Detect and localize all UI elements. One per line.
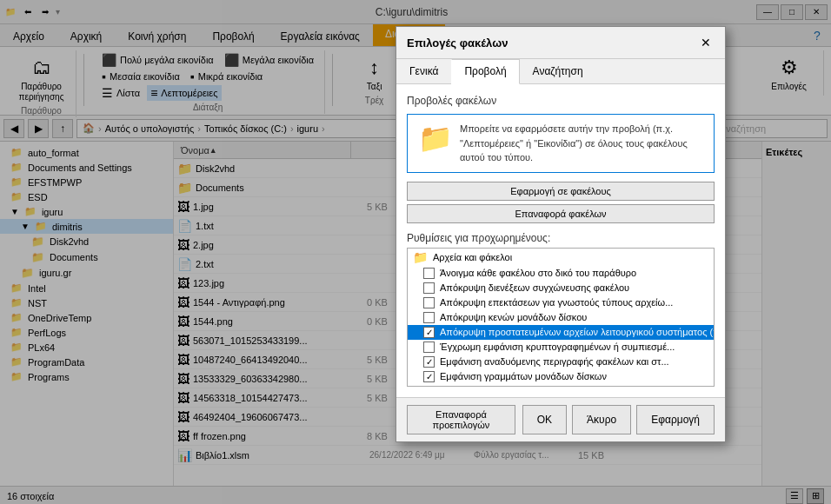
adv-item-8[interactable]: Εμφάνιση γραμμής κατάστασης [408, 384, 714, 387]
adv-item-label: Απόκρυψη προστατευμένων αρχείων λειτουργ… [440, 327, 715, 337]
folder-icon: 📁 [413, 250, 428, 264]
adv-item-label: Εμφάνιση αναδυόμενης περιγραφής φακέλων … [440, 356, 669, 367]
adv-item-0[interactable]: Άνοιγμα κάθε φακέλου στο δικό του παράθυ… [408, 266, 714, 281]
apply-btn-row: Εφαρμογή σε φακέλους Επαναφορά φακέλων [407, 182, 715, 223]
modal-overlay: Επιλογές φακέλων ✕ Γενικά Προβολή Αναζήτ… [0, 0, 831, 504]
modal-footer: Επαναφορά προεπιλογών OK Άκυρο Εφαρμογή [396, 397, 725, 441]
folder-view-box: 📁 Μπορείτε να εφαρμόσετε αυτήν την προβο… [407, 114, 715, 173]
reset-folders-btn[interactable]: Επαναφορά φακέλων [407, 204, 715, 223]
folder-views-title: Προβολές φακέλων [407, 95, 715, 107]
adv-item-4-highlighted[interactable]: Απόκρυψη προστατευμένων αρχείων λειτουργ… [408, 325, 714, 340]
checkbox-open-folder[interactable] [423, 268, 435, 279]
checkbox-hide-extensions[interactable] [423, 297, 435, 308]
adv-folder-header: 📁 Αρχεία και φάκελοι [408, 249, 714, 266]
adv-item-1[interactable]: Απόκρυψη διενέξεων συγχώνευσης φακέλου [408, 281, 714, 295]
adv-item-label: Απόκρυψη κενών μονάδων δίσκου [440, 312, 587, 322]
modal-title-bar: Επιλογές φακέλων ✕ [396, 27, 725, 59]
adv-item-label: Εμφάνιση γραμμής κατάστασης [440, 386, 574, 387]
modal-close-button[interactable]: ✕ [697, 34, 715, 51]
adv-item-label: Αρχεία και φάκελοι [433, 252, 512, 262]
adv-item-label: Άνοιγμα κάθε φακέλου στο δικό του παράθυ… [440, 268, 636, 278]
folder-options-dialog: Επιλογές φακέλων ✕ Γενικά Προβολή Αναζήτ… [396, 26, 726, 442]
adv-item-label: Εμφάνιση γραμμάτων μονάδων δίσκων [440, 371, 607, 381]
adv-item-6[interactable]: Εμφάνιση αναδυόμενης περιγραφής φακέλων … [408, 355, 714, 369]
checkbox-hide-protected[interactable] [423, 327, 435, 338]
adv-item-3[interactable]: Απόκρυψη κενών μονάδων δίσκου [408, 310, 714, 325]
adv-item-label: Απόκρυψη επεκτάσεων για γνωστούς τύπους … [440, 297, 673, 308]
adv-item-2[interactable]: Απόκρυψη επεκτάσεων για γνωστούς τύπους … [408, 295, 714, 310]
adv-item-7[interactable]: Εμφάνιση γραμμάτων μονάδων δίσκων [408, 369, 714, 384]
checkbox-show-drive-letters[interactable] [423, 371, 435, 382]
apply-button[interactable]: Εφαρμογή [636, 405, 715, 434]
modal-title: Επιλογές φακέλων [407, 36, 508, 50]
modal-tab-search[interactable]: Αναζήτηση [520, 59, 596, 83]
apply-to-folders-btn[interactable]: Εφαρμογή σε φακέλους [407, 182, 715, 201]
footer-buttons: OK Άκυρο Εφαρμογή [522, 405, 715, 434]
checkbox-hide-empty-drives[interactable] [423, 312, 435, 323]
adv-item-5[interactable]: Έγχρωμη εμφάνιση κρυπτογραφημένων ή συμπ… [408, 340, 714, 355]
adv-item-label: Έγχρωμη εμφάνιση κρυπτογραφημένων ή συμπ… [440, 342, 675, 352]
modal-tab-view[interactable]: Προβολή [451, 59, 519, 84]
modal-tab-general[interactable]: Γενικά [396, 59, 451, 83]
adv-item-label: Απόκρυψη διενέξεων συγχώνευσης φακέλου [440, 282, 629, 293]
modal-body: Προβολές φακέλων 📁 Μπορείτε να εφαρμόσετ… [396, 84, 725, 397]
advanced-title: Ρυθμίσεις για προχωρημένους: [407, 232, 715, 244]
modal-tab-bar: Γενικά Προβολή Αναζήτηση [396, 59, 725, 84]
cancel-button[interactable]: Άκυρο [572, 405, 631, 434]
folder-view-text: Μπορείτε να εφαρμόσετε αυτήν την προβολή… [460, 122, 703, 165]
checkbox-hide-merge[interactable] [423, 282, 435, 294]
ok-button[interactable]: OK [522, 405, 567, 434]
folder-view-icon: 📁 [418, 122, 453, 155]
checkbox-color-encrypted[interactable] [423, 342, 435, 353]
footer-left: Επαναφορά προεπιλογών [407, 405, 515, 434]
advanced-list[interactable]: 📁 Αρχεία και φάκελοι Άνοιγμα κάθε φακέλο… [407, 248, 715, 387]
restore-defaults-btn[interactable]: Επαναφορά προεπιλογών [407, 405, 515, 434]
checkbox-show-status-bar[interactable] [423, 386, 435, 387]
checkbox-show-popup[interactable] [423, 356, 435, 368]
